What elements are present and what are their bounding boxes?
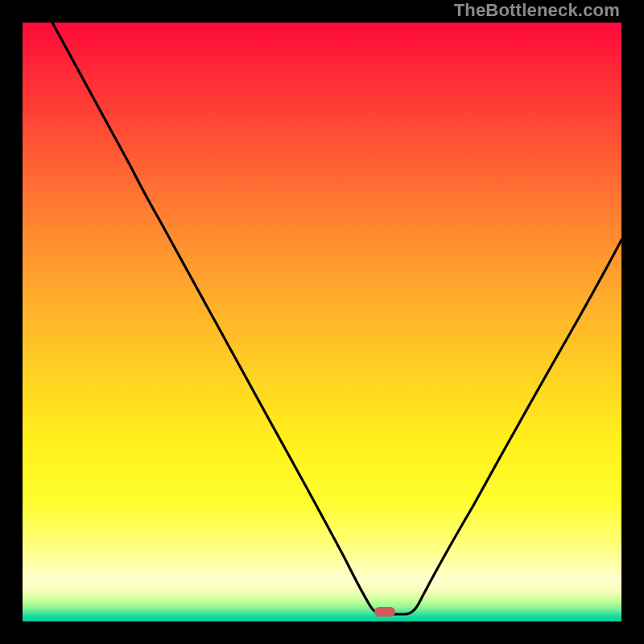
watermark-text: TheBottleneck.com [454, 0, 620, 21]
optimal-marker [374, 607, 395, 617]
gradient-plot-area [23, 23, 621, 621]
chart-frame: TheBottleneck.com [0, 0, 644, 644]
bottleneck-curve [23, 23, 621, 621]
curve-path [52, 23, 621, 614]
